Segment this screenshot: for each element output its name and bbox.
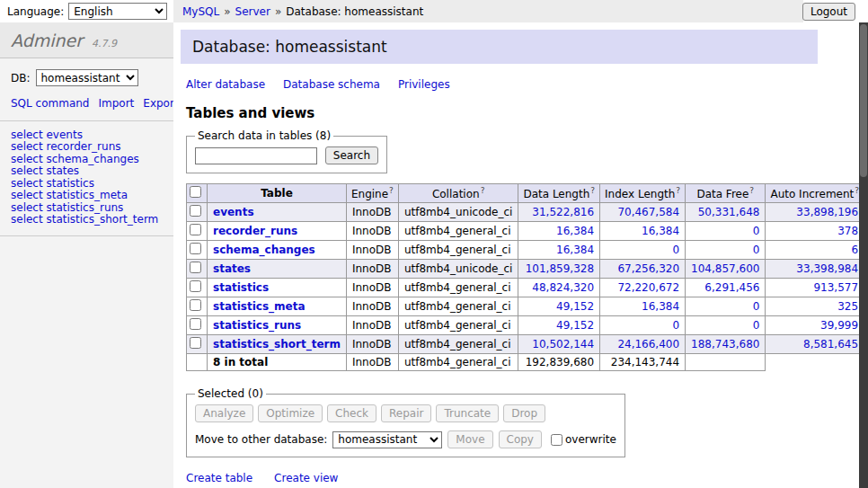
column-header-index-length: Index Length? [600, 184, 686, 203]
copy-button[interactable]: Copy [499, 430, 542, 448]
truncate-button[interactable]: Truncate [436, 404, 499, 422]
db-select[interactable]: homeassistant [36, 69, 138, 86]
cell-engine: InnoDB [346, 203, 398, 222]
search-input[interactable] [195, 147, 317, 164]
table-row-events: eventsInnoDButf8mb4_unicode_ci31,522,816… [187, 203, 868, 222]
tables-footer-link-create-table[interactable]: Create table [186, 472, 252, 484]
optimize-button[interactable]: Optimize [258, 404, 323, 422]
db-action-database-schema[interactable]: Database schema [283, 78, 380, 91]
move-button[interactable]: Move [447, 430, 492, 448]
cell-collation: utf8mb4_general_ci [398, 297, 518, 316]
main-content: Database: homeassistant Alter databaseDa… [173, 22, 868, 488]
column-label: Data Free [696, 188, 748, 200]
cell-data-free: 0 [686, 297, 766, 316]
sidebar-table-link-select-statistics-runs[interactable]: select statistics_runs [11, 202, 163, 214]
breadcrumb-separator: » [275, 5, 281, 18]
cell-table-name: recorder_runs [208, 222, 347, 241]
sidebar-action-sql-command[interactable]: SQL command [11, 97, 89, 110]
row-checkbox-cell [187, 279, 208, 297]
table-link-statistics-runs[interactable]: statistics_runs [213, 319, 301, 332]
select-all-checkbox[interactable] [190, 186, 201, 198]
drop-button[interactable]: Drop [503, 404, 545, 422]
help-link[interactable]: ? [389, 186, 394, 195]
repair-button[interactable]: Repair [381, 404, 431, 422]
help-link[interactable]: ? [590, 186, 595, 195]
tables-section-title: Tables and views [186, 105, 818, 121]
table-link-recorder-runs[interactable]: recorder_runs [213, 225, 297, 237]
row-checkbox-recorder-runs[interactable] [190, 224, 201, 235]
help-link[interactable]: ? [749, 186, 754, 195]
help-link[interactable]: ? [481, 186, 485, 195]
language-selector: Language: English [0, 0, 173, 22]
column-header-data-free: Data Free? [686, 184, 766, 203]
sidebar-table-links: select eventsselect recorder_runsselect … [0, 121, 173, 236]
cell-index-length: 70,467,584 [600, 203, 686, 222]
table-link-statistics-meta[interactable]: statistics_meta [213, 300, 306, 313]
cell-engine: InnoDB [346, 335, 398, 354]
cell-auto-increment: 39,999 [766, 316, 864, 335]
row-checkbox-statistics-runs[interactable] [190, 318, 201, 330]
row-checkbox-statistics-short-term[interactable] [190, 337, 201, 349]
db-action-privileges[interactable]: Privileges [398, 78, 450, 91]
total-collation: utf8mb4_general_ci [398, 354, 518, 371]
cell-collation: utf8mb4_unicode_ci [398, 260, 518, 279]
scrollbar-thumb[interactable] [860, 24, 867, 177]
check-button[interactable]: Check [327, 404, 376, 422]
row-checkbox-statistics[interactable] [190, 280, 201, 292]
column-label: Collation [432, 188, 480, 200]
search-button[interactable]: Search [325, 146, 378, 164]
column-header-engine: Engine? [346, 184, 398, 203]
table-link-states[interactable]: states [213, 262, 251, 275]
overwrite-checkbox[interactable] [551, 434, 562, 446]
search-fieldset: Search data in tables (8) Search [186, 129, 387, 173]
help-link[interactable]: ? [676, 186, 680, 195]
row-checkbox-events[interactable] [190, 205, 201, 217]
sidebar-table-link-select-statistics-meta[interactable]: select statistics_meta [11, 190, 163, 201]
sidebar-table-link-select-states[interactable]: select states [11, 165, 163, 177]
row-checkbox-cell [187, 260, 208, 279]
table-link-schema-changes[interactable]: schema_changes [213, 244, 315, 256]
breadcrumb-link-server[interactable]: Server [235, 5, 270, 18]
cell-table-name: statistics [208, 279, 347, 297]
table-link-statistics[interactable]: statistics [213, 281, 269, 294]
row-checkbox-states[interactable] [190, 262, 201, 273]
tables-header-row: TableEngine?Collation?Data Length?Index … [187, 184, 868, 203]
breadcrumb-link-mysql[interactable]: MySQL [182, 5, 219, 18]
row-checkbox-cell [187, 316, 208, 335]
breadcrumb-separator: » [224, 5, 230, 18]
row-checkbox-schema-changes[interactable] [190, 243, 201, 254]
sidebar-table-link-select-schema-changes[interactable]: select schema_changes [11, 154, 163, 165]
cell-auto-increment: 6 [766, 241, 864, 260]
analyze-button[interactable]: Analyze [195, 404, 253, 422]
cell-engine: InnoDB [346, 316, 398, 335]
cell-auto-increment: 8,581,645 [766, 335, 864, 354]
language-select[interactable]: English [68, 3, 167, 20]
sidebar-table-link-select-recorder-runs[interactable]: select recorder_runs [11, 141, 163, 153]
sidebar-table-link-select-events[interactable]: select events [11, 129, 163, 141]
table-row-statistics-short-term: statistics_short_termInnoDButf8mb4_gener… [187, 335, 868, 354]
cell-index-length: 16,384 [600, 222, 686, 241]
move-db-select[interactable]: homeassistant [332, 431, 442, 448]
column-header-table: Table [208, 184, 347, 203]
sidebar-table-link-select-statistics-short-term[interactable]: select statistics_short_term [11, 214, 163, 226]
db-action-alter-database[interactable]: Alter database [186, 78, 265, 91]
table-link-events[interactable]: events [213, 206, 254, 218]
cell-engine: InnoDB [346, 279, 398, 297]
cell-index-length: 72,220,672 [600, 279, 686, 297]
sidebar-action-import[interactable]: Import [98, 97, 134, 110]
cell-auto-increment: 33,898,196 [766, 203, 864, 222]
adminer-app: Language: English MySQL » Server » Datab… [0, 0, 868, 488]
cell-collation: utf8mb4_general_ci [398, 335, 518, 354]
vertical-scrollbar[interactable] [859, 22, 868, 488]
logout-button[interactable]: Logout [802, 3, 855, 21]
tables-footer-link-create-view[interactable]: Create view [274, 472, 338, 484]
sidebar-action-export[interactable]: Export [143, 97, 173, 110]
table-link-statistics-short-term[interactable]: statistics_short_term [213, 338, 341, 350]
selected-actions: AnalyzeOptimizeCheckRepairTruncateDrop [195, 404, 616, 422]
row-checkbox-statistics-meta[interactable] [190, 299, 201, 311]
selected-legend: Selected (0) [195, 387, 266, 400]
cell-data-free: 0 [686, 222, 766, 241]
sidebar-table-link-select-statistics[interactable]: select statistics [11, 178, 163, 190]
search-legend: Search data in tables (8) [195, 129, 333, 142]
app-version: 4.7.9 [92, 38, 117, 49]
